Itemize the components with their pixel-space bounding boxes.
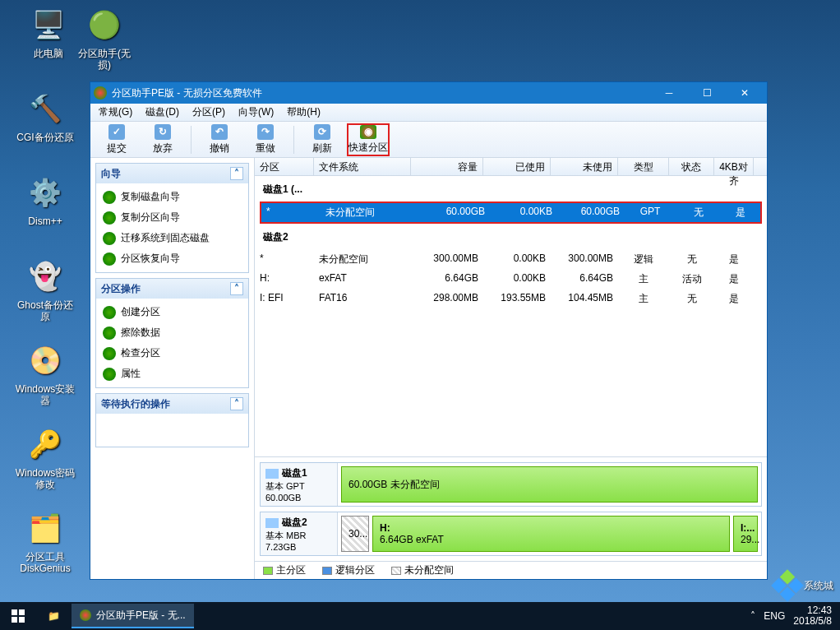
desktop-icon[interactable]: 📀Windows安装器 [15,340,76,406]
svg-rect-3 [19,617,25,623]
maximize-button[interactable]: ☐ [688,82,726,104]
commit-button[interactable]: ✓提交 [95,123,138,156]
icon-label: Dism++ [15,215,76,227]
app-icon [80,609,91,621]
desktop-icon[interactable]: ⚙️Dism++ [15,173,76,227]
legend-unalloc-swatch [391,567,401,575]
desktop-icon[interactable]: 🔑Windows密码修改 [15,424,76,490]
disk-icon [265,518,279,528]
item-icon [103,191,116,204]
toolbar: ✓提交 ↻放弃 ↶撤销 ↷重做 ⟳刷新 ◉快速分区 [90,122,767,158]
icon-label: 此电脑 [18,48,79,59]
col-free[interactable]: 未使用 [551,158,618,175]
item-label: 创建分区 [121,305,160,319]
main-area: 分区 文件系统 容量 已使用 未使用 类型 状态 4KB对齐 磁盘1 (...*… [255,158,767,579]
disk-header[interactable]: 磁盘1 (... [255,176,767,202]
minimize-button[interactable]: ─ [650,82,688,104]
icon-label: Windows安装器 [15,383,76,406]
col-partition[interactable]: 分区 [255,158,314,175]
start-button[interactable] [0,602,36,630]
item-icon [103,252,116,266]
sidebar-item[interactable]: 属性 [96,364,248,384]
col-type[interactable]: 类型 [618,158,669,175]
system-tray: ˄ ENG 12:43 2018/5/8 [750,605,840,627]
titlebar[interactable]: 分区助手PE版 - 无损分区免费软件 ─ ☐ ✕ [90,82,767,104]
quick-partition-button[interactable]: ◉快速分区 [347,123,390,156]
icon-glyph: 🟢 [85,5,124,44]
menu-help[interactable]: 帮助(H) [284,104,324,121]
item-label: 迁移系统到固态磁盘 [121,231,210,245]
desktop-icon[interactable]: 🖥️此电脑 [18,5,79,59]
icon-label: CGI备份还原 [15,132,76,143]
disk2-seg-unalloc[interactable]: 30... [341,516,369,552]
discard-button[interactable]: ↻放弃 [141,123,184,156]
disk-visualization: 磁盘1 基本 GPT 60.00GB 60.00GB 未分配空间 磁盘2 基本 … [255,456,767,579]
collapse-icon[interactable]: ˄ [230,282,243,295]
icon-glyph: 👻 [25,257,65,296]
item-icon [103,327,116,340]
col-filesystem[interactable]: 文件系统 [314,158,411,175]
sidebar-item[interactable]: 分区恢复向导 [96,248,248,269]
menubar: 常规(G) 磁盘(D) 分区(P) 向导(W) 帮助(H) [90,104,767,122]
collapse-icon[interactable]: ˄ [230,397,243,410]
taskbar: 📁 分区助手PE版 - 无... ˄ ENG 12:43 2018/5/8 [0,602,840,630]
item-label: 分区恢复向导 [121,252,180,266]
disk-header[interactable]: 磁盘2 [255,224,767,249]
sidebar: 向导˄ 复制磁盘向导复制分区向导迁移系统到固态磁盘分区恢复向导 分区操作˄ 创建… [90,158,255,579]
item-icon [103,211,116,225]
svg-rect-0 [12,609,17,615]
sidebar-item[interactable]: 复制分区向导 [96,207,248,228]
desktop-icon[interactable]: 🔨CGI备份还原 [15,89,76,143]
disk1-seg-unalloc[interactable]: 60.00GB 未分配空间 [341,466,758,503]
collapse-icon[interactable]: ˄ [230,167,243,180]
desktop-icon[interactable]: 🟢分区助手(无损) [74,5,135,71]
tray-up-icon[interactable]: ˄ [750,610,755,622]
sidebar-item[interactable]: 复制磁盘向导 [96,187,248,207]
menu-general[interactable]: 常规(G) [95,104,136,121]
partition-row[interactable]: H:exFAT6.64GB0.00KB6.64GB主活动是 [255,269,767,289]
grid-body: 磁盘1 (...*未分配空间60.00GB0.00KB60.00GBGPT无是磁… [255,176,767,456]
menu-wizard[interactable]: 向导(W) [235,104,277,121]
icon-glyph: 📀 [25,340,65,380]
desktop-icon[interactable]: 👻Ghost备份还原 [15,257,76,322]
redo-button[interactable]: ↷重做 [244,123,287,156]
watermark: 系统城 [776,574,833,597]
undo-button[interactable]: ↶撤销 [198,123,241,156]
icon-glyph: 🔑 [25,424,65,464]
disk1-viz[interactable]: 磁盘1 基本 GPT 60.00GB 60.00GB 未分配空间 [260,462,762,507]
item-icon [103,347,116,360]
icon-label: 分区工具DiskGenius [15,551,76,574]
close-button[interactable]: ✕ [726,82,764,104]
menu-disk[interactable]: 磁盘(D) [142,104,182,121]
partition-row[interactable]: *未分配空间300.00MB0.00KB300.00MB逻辑无是 [255,249,767,269]
col-align[interactable]: 4KB对齐 [714,158,754,175]
disk2-viz[interactable]: 磁盘2 基本 MBR 7.23GB 30... H:6.64GB exFAT I… [260,512,762,556]
partition-row[interactable]: *未分配空间60.00GB0.00KB60.00GBGPT无是 [260,202,762,224]
disk2-seg-h[interactable]: H:6.64GB exFAT [372,516,730,552]
icon-glyph: 🖥️ [29,5,68,44]
svg-rect-1 [19,609,25,615]
tray-clock[interactable]: 12:43 2018/5/8 [793,605,832,627]
desktop-icon[interactable]: 🗂️分区工具DiskGenius [15,508,76,574]
sidebar-item[interactable]: 创建分区 [96,302,248,322]
tray-lang[interactable]: ENG [764,610,785,622]
icon-glyph: 🔨 [25,89,65,128]
pending-panel-title: 等待执行的操作 [101,397,170,411]
partition-row[interactable]: I: EFIFAT16298.00MB193.55MB104.45MB主无是 [255,289,767,308]
sidebar-item[interactable]: 检查分区 [96,343,248,364]
sidebar-item[interactable]: 迁移系统到固态磁盘 [96,228,248,248]
item-label: 复制磁盘向导 [121,190,180,204]
task-explorer[interactable]: 📁 [39,604,68,628]
disk-icon [265,469,279,479]
sidebar-item[interactable]: 擦除数据 [96,322,248,343]
menu-partition[interactable]: 分区(P) [189,104,228,121]
legend: 主分区 逻辑分区 未分配空间 [255,561,767,579]
col-used[interactable]: 已使用 [483,158,551,175]
item-label: 属性 [121,367,141,381]
refresh-button[interactable]: ⟳刷新 [301,123,344,156]
disk2-seg-i[interactable]: I:...29... [733,516,758,552]
task-partition-assistant[interactable]: 分区助手PE版 - 无... [72,604,194,628]
col-capacity[interactable]: 容量 [411,158,483,175]
col-status[interactable]: 状态 [669,158,714,175]
wizard-panel: 向导˄ 复制磁盘向导复制分区向导迁移系统到固态磁盘分区恢复向导 [95,163,249,273]
